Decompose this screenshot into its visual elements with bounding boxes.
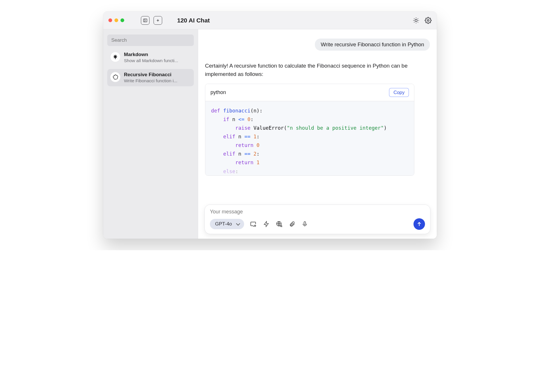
svg-point-13 — [427, 20, 429, 21]
prompt-settings-button[interactable] — [250, 221, 257, 227]
sidebar-icon — [143, 18, 148, 23]
code-body: def fibonacci(n): if n <= 0: raise Value… — [205, 101, 414, 175]
minimize-window-button[interactable] — [114, 18, 118, 22]
app-window: 120 AI Chat — [103, 12, 437, 239]
new-chat-button[interactable] — [154, 16, 162, 25]
svg-rect-0 — [143, 19, 147, 22]
svg-line-12 — [418, 18, 418, 18]
search-input[interactable] — [107, 35, 194, 46]
assistant-message-text: Certainly! A recursive function to calcu… — [205, 62, 412, 79]
globe-search-icon — [276, 221, 283, 227]
svg-point-4 — [415, 19, 417, 22]
arrow-up-icon — [416, 221, 422, 227]
svg-line-8 — [418, 22, 418, 22]
starburst-icon — [110, 52, 120, 62]
toggle-sidebar-button[interactable] — [141, 16, 150, 25]
gear-icon — [425, 17, 432, 24]
code-block: python Copy def fibonacci(n): if n <= 0:… — [205, 84, 414, 176]
sun-icon — [413, 17, 420, 24]
microphone-icon — [302, 221, 308, 227]
user-message: Write recursive Fibonacci function in Py… — [315, 39, 430, 51]
openai-icon — [110, 72, 120, 82]
svg-line-22 — [282, 226, 282, 227]
code-language-label: python — [210, 89, 226, 95]
thread-item-recursive-fibonacci[interactable]: Recursive Fibonacci Write Fibonacci func… — [107, 69, 194, 86]
message-gear-icon — [250, 221, 257, 227]
bolt-icon — [263, 221, 269, 227]
send-button[interactable] — [413, 218, 425, 230]
fullscreen-window-button[interactable] — [120, 18, 124, 22]
thread-title: Markdown — [124, 52, 191, 58]
sidebar: Markdown Show all Markdown functi... Rec… — [103, 29, 198, 239]
voice-button[interactable] — [302, 221, 308, 227]
model-selector[interactable]: GPT-4o — [210, 219, 244, 229]
copy-code-button[interactable]: Copy — [389, 88, 409, 97]
svg-line-7 — [414, 18, 414, 18]
chat-pane: Write recursive Fibonacci function in Py… — [198, 29, 437, 239]
titlebar: 120 AI Chat — [103, 12, 437, 29]
thread-title: Recursive Fibonacci — [124, 72, 191, 78]
paperclip-icon — [289, 221, 295, 227]
attach-button[interactable] — [289, 221, 295, 227]
thread-item-markdown[interactable]: Markdown Show all Markdown functi... — [107, 49, 194, 66]
thread-subtitle: Write Fibonacci function i... — [124, 78, 191, 83]
web-search-button[interactable] — [276, 221, 283, 227]
app-title: 120 AI Chat — [177, 17, 210, 24]
svg-point-21 — [280, 225, 282, 227]
svg-marker-19 — [264, 221, 268, 227]
actions-button[interactable] — [263, 221, 269, 227]
svg-point-14 — [254, 225, 256, 226]
svg-line-11 — [414, 22, 414, 22]
code-header: python Copy — [205, 84, 414, 101]
close-window-button[interactable] — [108, 18, 112, 22]
theme-toggle-button[interactable] — [413, 17, 420, 24]
svg-rect-23 — [304, 222, 306, 225]
body: Markdown Show all Markdown functi... Rec… — [103, 29, 437, 239]
plus-icon — [156, 18, 160, 23]
thread-subtitle: Show all Markdown functi... — [124, 58, 191, 63]
composer: GPT-4o — [204, 204, 430, 234]
message-input[interactable] — [210, 209, 425, 215]
window-controls — [108, 18, 124, 22]
settings-button[interactable] — [425, 17, 432, 24]
